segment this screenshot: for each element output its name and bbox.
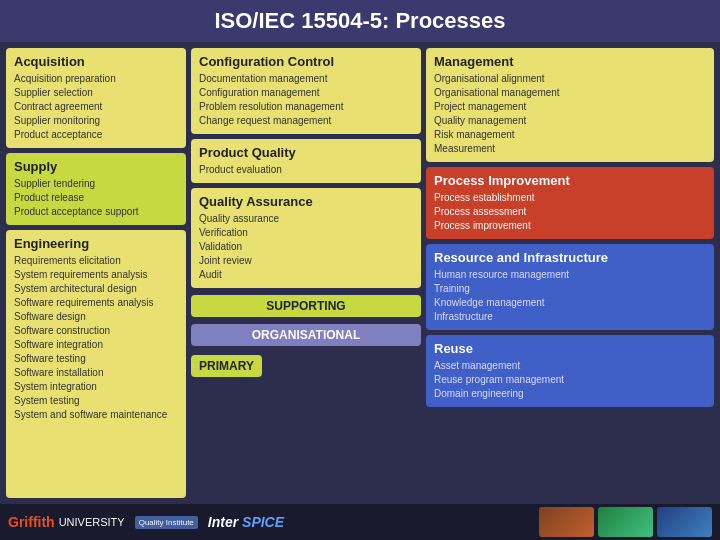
qa-item-2: Validation [199,240,413,254]
eng-item-9: System integration [14,380,178,394]
supply-item-2: Product acceptance support [14,205,178,219]
footer-image-2 [598,507,653,537]
footer-image-1 [539,507,594,537]
eng-item-2: System architectural design [14,282,178,296]
eng-item-0: Requirements elicitation [14,254,178,268]
reuse-card: Reuse Asset management Reuse program man… [426,335,714,407]
procimprove-item-0: Process establishment [434,191,706,205]
reuse-item-0: Asset management [434,359,706,373]
mgmt-item-4: Risk management [434,128,706,142]
mgmt-item-5: Measurement [434,142,706,156]
config-item-1: Configuration management [199,86,413,100]
config-card: Configuration Control Documentation mana… [191,48,421,134]
supply-item-1: Product release [14,191,178,205]
acq-item-3: Supplier monitoring [14,114,178,128]
col-right: Management Organisational alignment Orga… [426,48,714,498]
header: ISO/IEC 15504-5: Processes [0,0,720,42]
university-text: UNIVERSITY [59,516,125,528]
resource-card: Resource and Infrastructure Human resour… [426,244,714,330]
quality-institute-badge: Quality Institute [135,516,198,529]
reuse-title: Reuse [434,341,706,356]
spice-label: SPICE [242,514,284,530]
engineering-title: Engineering [14,236,178,251]
acq-item-0: Acquisition preparation [14,72,178,86]
inter-label: Inter [208,514,238,530]
quality-assurance-card: Quality Assurance Quality assurance Veri… [191,188,421,288]
resource-item-3: Infrastructure [434,310,706,324]
qa-title: Quality Assurance [199,194,413,209]
resource-item-1: Training [434,282,706,296]
mgmt-item-2: Project management [434,100,706,114]
page-title: ISO/IEC 15504-5: Processes [0,8,720,34]
acquisition-card: Acquisition Acquisition preparation Supp… [6,48,186,148]
col-left: Acquisition Acquisition preparation Supp… [6,48,186,498]
resource-item-2: Knowledge management [434,296,706,310]
page: ISO/IEC 15504-5: Processes Acquisition A… [0,0,720,540]
eng-item-4: Software design [14,310,178,324]
col-right-group: Configuration Control Documentation mana… [191,48,714,498]
engineering-card: Engineering Requirements elicitation Sys… [6,230,186,498]
primary-row: PRIMARY [191,353,421,377]
acq-item-4: Product acceptance [14,128,178,142]
config-title: Configuration Control [199,54,413,69]
griffith-logo: Griffith UNIVERSITY [8,514,125,530]
eng-item-10: System testing [14,394,178,408]
footer-images [539,507,712,537]
procimprove-item-2: Process improvement [434,219,706,233]
eng-item-3: Software requirements analysis [14,296,178,310]
eng-item-5: Software construction [14,324,178,338]
eng-item-6: Software integration [14,338,178,352]
main-content: Acquisition Acquisition preparation Supp… [0,42,720,504]
qa-item-4: Audit [199,268,413,282]
resource-item-0: Human resource management [434,268,706,282]
footer-image-3 [657,507,712,537]
organisational-badge: ORGANISATIONAL [191,324,421,346]
primary-badge: PRIMARY [191,355,262,377]
mgmt-item-3: Quality management [434,114,706,128]
col-middle: Configuration Control Documentation mana… [191,48,421,498]
config-item-3: Change request management [199,114,413,128]
process-improvement-card: Process Improvement Process establishmen… [426,167,714,239]
inter-spice-text: Inter SPICE [208,514,284,530]
pquality-title: Product Quality [199,145,413,160]
pquality-item-0: Product evaluation [199,163,413,177]
supporting-badge: SUPPORTING [191,295,421,317]
mgmt-item-0: Organisational alignment [434,72,706,86]
qa-item-0: Quality assurance [199,212,413,226]
griffith-text: Griffith [8,514,55,530]
eng-item-1: System requirements analysis [14,268,178,282]
qa-item-3: Joint review [199,254,413,268]
eng-item-7: Software testing [14,352,178,366]
eng-item-11: System and software maintenance [14,408,178,422]
eng-item-8: Software installation [14,366,178,380]
reuse-item-1: Reuse program management [434,373,706,387]
procimprove-item-1: Process assessment [434,205,706,219]
acq-item-2: Contract agreement [14,100,178,114]
qa-item-1: Verification [199,226,413,240]
product-quality-card: Product Quality Product evaluation [191,139,421,183]
config-item-0: Documentation management [199,72,413,86]
footer: Griffith UNIVERSITY Quality Institute In… [0,504,720,540]
supply-title: Supply [14,159,178,174]
mgmt-title: Management [434,54,706,69]
supply-item-0: Supplier tendering [14,177,178,191]
mgmt-item-1: Organisational management [434,86,706,100]
procimprove-title: Process Improvement [434,173,706,188]
acq-item-1: Supplier selection [14,86,178,100]
supply-card: Supply Supplier tendering Product releas… [6,153,186,225]
config-item-2: Problem resolution management [199,100,413,114]
acquisition-title: Acquisition [14,54,178,69]
reuse-item-2: Domain engineering [434,387,706,401]
management-card: Management Organisational alignment Orga… [426,48,714,162]
resource-title: Resource and Infrastructure [434,250,706,265]
